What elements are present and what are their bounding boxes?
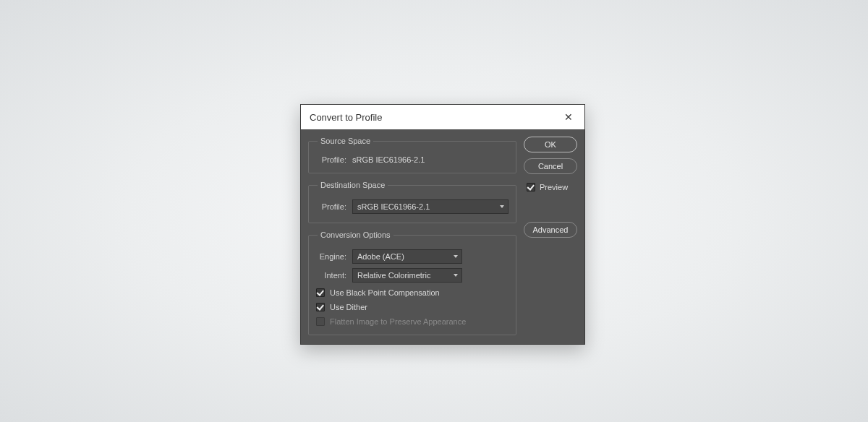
chevron-down-icon	[454, 255, 458, 258]
preview-checkbox[interactable]: Preview	[524, 183, 577, 191]
dialog-right-column: OK Cancel Preview Advanced	[524, 137, 577, 335]
titlebar: Convert to Profile ✕	[301, 105, 584, 129]
checkbox-icon	[316, 288, 325, 297]
source-profile-value: sRGB IEC61966-2.1	[352, 155, 425, 164]
intent-row: Intent: Relative Colorimetric	[316, 268, 509, 283]
dialog-body: Source Space Profile: sRGB IEC61966-2.1 …	[301, 129, 584, 344]
conversion-options-group: Conversion Options Engine: Adobe (ACE) I…	[308, 231, 516, 335]
engine-selected: Adobe (ACE)	[357, 252, 404, 261]
black-point-compensation-checkbox[interactable]: Use Black Point Compensation	[316, 288, 509, 297]
preview-label: Preview	[540, 183, 568, 191]
ok-button[interactable]: OK	[524, 137, 577, 152]
conversion-options-legend: Conversion Options	[318, 231, 393, 239]
checkbox-icon	[527, 183, 535, 191]
close-icon[interactable]: ✕	[561, 108, 576, 126]
destination-profile-selected: sRGB IEC61966-2.1	[357, 202, 430, 211]
intent-select[interactable]: Relative Colorimetric	[352, 268, 462, 283]
flatten-label: Flatten Image to Preserve Appearance	[330, 317, 466, 326]
intent-selected: Relative Colorimetric	[357, 271, 430, 280]
source-profile-label: Profile:	[316, 155, 346, 164]
destination-profile-label: Profile:	[316, 202, 346, 211]
source-profile-row: Profile: sRGB IEC61966-2.1	[316, 155, 509, 164]
chevron-down-icon	[500, 205, 504, 208]
source-space-legend: Source Space	[318, 137, 373, 145]
use-dither-checkbox[interactable]: Use Dither	[316, 303, 509, 311]
dialog-title: Convert to Profile	[310, 112, 382, 123]
cancel-button[interactable]: Cancel	[524, 158, 577, 174]
destination-profile-row: Profile: sRGB IEC61966-2.1	[316, 199, 509, 214]
source-space-group: Source Space Profile: sRGB IEC61966-2.1	[308, 137, 516, 173]
intent-label: Intent:	[316, 271, 346, 280]
dialog-left-column: Source Space Profile: sRGB IEC61966-2.1 …	[308, 137, 516, 335]
convert-to-profile-dialog: Convert to Profile ✕ Source Space Profil…	[300, 104, 585, 345]
spacer	[524, 197, 577, 216]
destination-space-group: Destination Space Profile: sRGB IEC61966…	[308, 181, 516, 223]
advanced-button[interactable]: Advanced	[524, 222, 577, 238]
engine-label: Engine:	[316, 252, 346, 261]
flatten-image-checkbox: Flatten Image to Preserve Appearance	[316, 317, 509, 326]
chevron-down-icon	[454, 274, 458, 277]
checkbox-icon	[316, 317, 325, 326]
engine-row: Engine: Adobe (ACE)	[316, 249, 509, 264]
checkbox-icon	[316, 303, 325, 311]
destination-space-legend: Destination Space	[318, 181, 388, 189]
dither-label: Use Dither	[330, 303, 367, 311]
engine-select[interactable]: Adobe (ACE)	[352, 249, 462, 264]
bpc-label: Use Black Point Compensation	[330, 288, 440, 297]
destination-profile-select[interactable]: sRGB IEC61966-2.1	[352, 199, 509, 214]
